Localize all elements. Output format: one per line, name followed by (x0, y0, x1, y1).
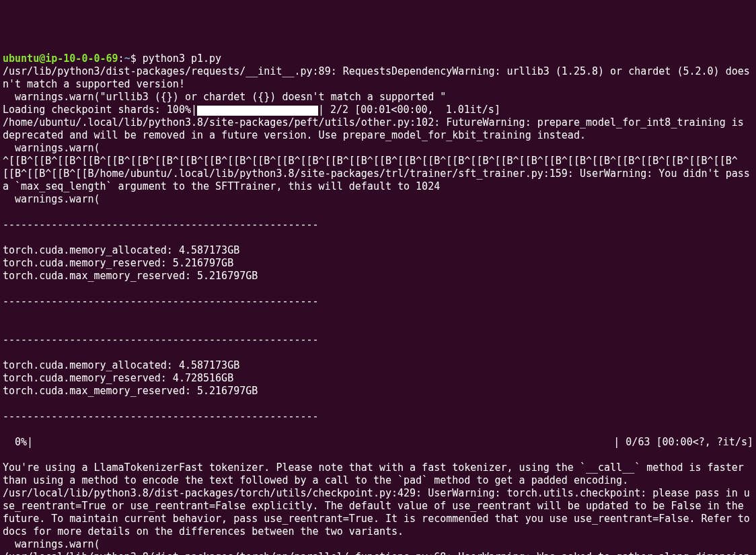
progress-line: 0%| | 0/63 [00:00<?, ?it/s] (3, 436, 753, 449)
output-line: warnings.warn( (3, 142, 100, 154)
dash-line: ----------------------------------------… (3, 295, 319, 307)
output-line: torch.cuda.memory_allocated: 4.587173GB (3, 359, 239, 371)
progress-stats: | 0/63 [00:00<?, ?it/s] (613, 436, 753, 449)
output-line: warnings.warn( (3, 538, 100, 550)
output-line: torch.cuda.memory_allocated: 4.587173GB (3, 244, 239, 256)
output-line: ^[[B^[[B^[[B^[[B^[[B^[[B^[[B^[[B^[[B^[[B… (3, 155, 756, 192)
dash-line: ----------------------------------------… (3, 219, 319, 231)
terminal[interactable]: ubuntu@ip-10-0-0-69:~$ python3 p1.py /us… (3, 52, 753, 555)
output-line: warnings.warn("urllib3 ({}) or chardet (… (3, 91, 446, 103)
output-line: /usr/local/lib/python3.8/dist-packages/t… (3, 487, 756, 538)
progress-line: Loading checkpoint shards: 100%|| 2/2 [0… (3, 104, 500, 116)
prompt-path: ~ (124, 52, 130, 65)
output-line: warnings.warn( (3, 193, 100, 205)
prompt-user: ubuntu (3, 52, 39, 65)
prompt-dollar: $ (130, 52, 143, 65)
prompt-at: @ (39, 52, 45, 65)
dash-line: ----------------------------------------… (3, 410, 319, 422)
output-line: /usr/local/lib/python3.8/dist-packages/t… (3, 551, 756, 555)
output-line: /usr/lib/python3/dist-packages/requests/… (3, 65, 750, 90)
command-text: python3 p1.py (143, 52, 221, 65)
dash-line: ----------------------------------------… (3, 334, 319, 346)
output-line: /home/ubuntu/.local/lib/python3.8/site-p… (3, 116, 750, 141)
prompt-line: ubuntu@ip-10-0-0-69:~$ python3 p1.py (3, 52, 221, 65)
output-line: You're using a LlamaTokenizerFast tokeni… (3, 461, 750, 486)
output-line: torch.cuda.max_memory_reserved: 5.216797… (3, 385, 258, 397)
prompt-colon: : (118, 52, 124, 65)
output-line: torch.cuda.max_memory_reserved: 5.216797… (3, 270, 258, 282)
prompt-host: ip-10-0-0-69 (45, 52, 118, 65)
output-line: torch.cuda.memory_reserved: 5.216797GB (3, 257, 233, 269)
progress-bar-fill (197, 106, 318, 116)
progress-label: 0%| (3, 436, 93, 449)
output-line: torch.cuda.memory_reserved: 4.728516GB (3, 372, 233, 384)
progress-stats: | 2/2 [00:01<00:00, 1.01it/s] (318, 104, 500, 116)
progress-label: Loading checkpoint shards: 100%| (3, 104, 197, 116)
